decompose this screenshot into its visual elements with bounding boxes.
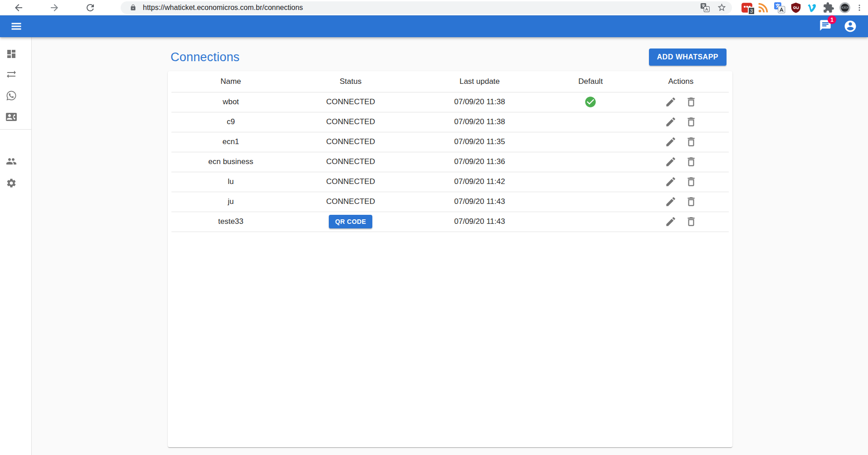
qr-code-button[interactable]: QR CODE	[329, 215, 372, 228]
sidebar-divider	[0, 129, 31, 130]
people-icon	[6, 156, 17, 167]
edit-connection-button[interactable]	[665, 196, 677, 208]
cell-last-update: 07/09/20 11:35	[411, 132, 548, 152]
delete-connection-button[interactable]	[685, 96, 697, 108]
cell-last-update: 07/09/20 11:43	[411, 212, 548, 232]
cell-status: CONNECTED	[290, 152, 411, 172]
rss-ext-icon[interactable]	[757, 2, 769, 14]
delete-connection-button[interactable]	[685, 196, 697, 208]
edit-connection-button[interactable]	[665, 96, 677, 108]
cell-status: CONNECTED	[290, 172, 411, 192]
translate-icon[interactable]	[700, 3, 710, 12]
cell-default	[548, 132, 633, 152]
table-row: ecn1 CONNECTED 07/09/20 11:35	[171, 132, 729, 152]
cell-status: CONNECTED	[290, 112, 411, 132]
cell-actions	[633, 172, 729, 192]
table-row: ju CONNECTED 07/09/20 11:43	[171, 192, 729, 212]
sidebar-item-contacts[interactable]	[6, 111, 17, 122]
edit-connection-button[interactable]	[665, 136, 677, 148]
browser-reload-button[interactable]	[83, 0, 98, 15]
translate-ext-icon[interactable]	[774, 2, 785, 14]
edit-pencil-icon	[665, 96, 677, 108]
delete-trash-icon	[685, 156, 697, 168]
browser-forward-button[interactable]	[47, 0, 62, 15]
header-last-update: Last update	[411, 71, 548, 92]
cell-name: ju	[171, 192, 290, 212]
cell-default	[548, 212, 633, 232]
header-default: Default	[548, 71, 633, 92]
whatsapp-icon	[6, 90, 17, 101]
table-row: wbot CONNECTED 07/09/20 11:38	[171, 92, 729, 112]
edit-pencil-icon	[665, 196, 677, 208]
connections-card: Name Status Last update Default Actions …	[168, 71, 732, 447]
cell-name: lu	[171, 172, 290, 192]
profile-avatar-icon[interactable]	[839, 2, 851, 14]
cell-last-update: 07/09/20 11:38	[411, 92, 548, 112]
delete-connection-button[interactable]	[685, 216, 697, 228]
puzzle-ext-icon[interactable]	[823, 2, 834, 14]
sidebar-item-tickets[interactable]	[6, 69, 17, 80]
delete-connection-button[interactable]	[685, 176, 697, 188]
header-status: Status	[290, 71, 411, 92]
edit-pencil-icon	[665, 116, 677, 128]
cell-name: ecn business	[171, 152, 290, 172]
add-whatsapp-button[interactable]: ADD WHATSAPP	[649, 48, 727, 66]
delete-connection-button[interactable]	[685, 156, 697, 168]
star-icon[interactable]	[717, 3, 727, 12]
edit-connection-button[interactable]	[665, 156, 677, 168]
cell-last-update: 07/09/20 11:43	[411, 192, 548, 212]
cell-name: teste33	[171, 212, 290, 232]
table-row: lu CONNECTED 07/09/20 11:42	[171, 172, 729, 192]
delete-connection-button[interactable]	[685, 136, 697, 148]
cell-last-update: 07/09/20 11:42	[411, 172, 548, 192]
kebab-menu-icon[interactable]	[855, 2, 863, 14]
header-actions: Actions	[633, 71, 729, 92]
sidebar-item-dashboard[interactable]	[6, 48, 17, 59]
delete-trash-icon	[685, 216, 697, 228]
cell-actions	[633, 112, 729, 132]
cell-status: CONNECTED	[290, 132, 411, 152]
cell-actions	[633, 92, 729, 112]
edit-pencil-icon	[665, 216, 677, 228]
vimeo-ext-icon[interactable]	[806, 2, 818, 14]
sidebar-item-users[interactable]	[6, 156, 17, 167]
cell-name: wbot	[171, 92, 290, 112]
page-title: Connections	[171, 50, 239, 64]
sidebar-item-settings[interactable]	[6, 178, 17, 189]
cell-default	[548, 92, 633, 112]
edit-pencil-icon	[665, 136, 677, 148]
delete-trash-icon	[685, 136, 697, 148]
cell-default	[548, 112, 633, 132]
account-button[interactable]	[844, 19, 857, 33]
arrow-back-icon	[13, 2, 24, 13]
table-row: ecn business CONNECTED 07/09/20 11:36	[171, 152, 729, 172]
delete-trash-icon	[685, 116, 697, 128]
cell-default	[548, 152, 633, 172]
sidebar	[0, 37, 32, 455]
cell-status: CONNECTED	[290, 92, 411, 112]
address-bar[interactable]: https://whaticket.economicros.com.br/con…	[121, 1, 732, 14]
settings-gear-icon	[6, 178, 17, 189]
edit-connection-button[interactable]	[665, 176, 677, 188]
url-text: https://whaticket.economicros.com.br/con…	[143, 4, 303, 12]
edit-connection-button[interactable]	[665, 216, 677, 228]
table-header-row: Name Status Last update Default Actions	[171, 71, 729, 92]
menu-icon	[10, 20, 23, 33]
delete-trash-icon	[685, 176, 697, 188]
ext-badge: 3	[748, 7, 755, 15]
cell-last-update: 07/09/20 11:36	[411, 152, 548, 172]
ublock-ext-icon[interactable]	[790, 2, 802, 14]
notification-badge: 1	[828, 15, 836, 24]
cell-actions	[633, 212, 729, 232]
adblock-ext-icon[interactable]: 3	[741, 2, 753, 14]
menu-button[interactable]	[10, 20, 23, 33]
cell-last-update: 07/09/20 11:38	[411, 112, 548, 132]
dashboard-icon	[6, 48, 17, 59]
edit-pencil-icon	[665, 156, 677, 168]
header-name: Name	[171, 71, 290, 92]
browser-back-button[interactable]	[11, 0, 26, 15]
sidebar-item-connections[interactable]	[6, 90, 17, 101]
delete-trash-icon	[685, 96, 697, 108]
delete-connection-button[interactable]	[685, 116, 697, 128]
edit-connection-button[interactable]	[665, 116, 677, 128]
